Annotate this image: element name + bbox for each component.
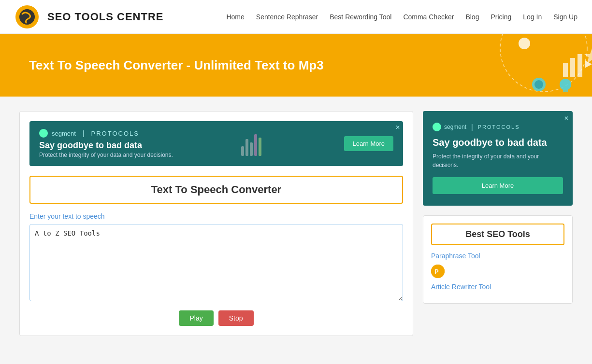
- nav-login[interactable]: Log In: [523, 13, 542, 21]
- svg-point-10: [534, 80, 543, 89]
- left-column: segment | PROTOCOLS Say goodbye to bad d…: [19, 111, 413, 336]
- input-label: Enter your text to speech: [29, 212, 403, 220]
- hero-banner: Text To Speech Converter - Unlimited Tex…: [0, 34, 592, 97]
- svg-point-3: [519, 38, 530, 49]
- tool-title-box: Text To Speech Converter: [29, 176, 403, 204]
- ad-divider: |: [83, 129, 85, 137]
- ad-subtext: Protect the integrity of your data and y…: [39, 152, 173, 158]
- input-label-highlight: speech: [83, 212, 105, 220]
- main-wrapper: segment | PROTOCOLS Say goodbye to bad d…: [0, 97, 592, 350]
- nav-comma-checker[interactable]: Comma Checker: [403, 13, 454, 21]
- right-ad-headline: Say goodbye to bad data: [433, 137, 563, 148]
- ad-close-icon[interactable]: ✕: [395, 124, 400, 131]
- svg-rect-6: [578, 54, 582, 77]
- paraphrase-icon-row: P: [431, 265, 564, 278]
- svg-rect-5: [570, 58, 575, 77]
- paraphrase-tool-icon: P: [431, 265, 445, 278]
- right-ad-learn-more-button[interactable]: Learn More: [433, 177, 563, 194]
- paraphrase-tool-label: Paraphrase Tool: [431, 252, 480, 260]
- button-row: Play Stop: [29, 310, 403, 326]
- top-ad-banner: segment | PROTOCOLS Say goodbye to bad d…: [29, 121, 403, 166]
- ad-learn-more-button[interactable]: Learn More: [344, 136, 393, 151]
- svg-text:P: P: [434, 268, 439, 275]
- seo-tools-title: Best SEO Tools: [437, 229, 559, 239]
- stop-button[interactable]: Stop: [218, 310, 254, 326]
- nav-signup[interactable]: Sign Up: [553, 13, 578, 21]
- logo-text: SEO TOOLS CENTRE: [47, 11, 164, 23]
- nav-pricing[interactable]: Pricing: [491, 13, 511, 21]
- site-logo[interactable]: SEO TOOLS CENTRE: [14, 4, 164, 29]
- right-segment-icon: [433, 123, 441, 131]
- input-label-text: Enter your text to speech: [29, 212, 105, 220]
- play-button[interactable]: Play: [179, 310, 213, 326]
- svg-point-7: [560, 79, 571, 90]
- svg-rect-4: [563, 63, 568, 77]
- navbar: SEO TOOLS CENTRE Home Sentence Rephraser…: [0, 0, 592, 34]
- seo-tool-paraphrase[interactable]: Paraphrase Tool: [431, 252, 564, 260]
- nav-best-rewording-tool[interactable]: Best Rewording Tool: [330, 13, 391, 21]
- svg-rect-8: [563, 90, 568, 92]
- ad-headline: Say goodbye to bad data: [39, 140, 173, 151]
- right-ad-divider: |: [471, 123, 473, 131]
- ad-segment-text: segment: [52, 130, 76, 137]
- text-to-speech-input[interactable]: A to Z SEO Tools: [29, 224, 403, 301]
- ad-banner-logo: segment | PROTOCOLS: [39, 129, 173, 138]
- seo-tools-box: Best SEO Tools Paraphrase Tool P Article…: [423, 215, 573, 304]
- right-ad-segment-text: segment: [444, 124, 466, 130]
- tool-title: Text To Speech Converter: [37, 183, 395, 196]
- svg-point-1: [19, 9, 35, 25]
- nav-sentence-rephraser[interactable]: Sentence Rephraser: [256, 13, 318, 21]
- nav-home[interactable]: Home: [226, 13, 244, 21]
- right-ad-protocols: PROTOCOLS: [478, 124, 520, 130]
- right-ad-subtext: Protect the integrity of your data and y…: [433, 152, 563, 169]
- ad-deco-bars: [241, 132, 266, 156]
- nav-blog[interactable]: Blog: [465, 13, 479, 21]
- article-rewriter-label: Article Rewriter Tool: [431, 283, 491, 291]
- ad-protocols-text: PROTOCOLS: [91, 130, 139, 137]
- right-ad-close-icon[interactable]: ✕: [564, 115, 569, 122]
- right-ad-logo-row: segment | PROTOCOLS: [433, 123, 563, 131]
- ad-banner-content: segment | PROTOCOLS Say goodbye to bad d…: [39, 129, 173, 158]
- right-column: segment | PROTOCOLS Say goodbye to bad d…: [423, 111, 573, 336]
- nav-links: Home Sentence Rephraser Best Rewording T…: [226, 13, 578, 21]
- seo-tools-title-box: Best SEO Tools: [431, 224, 564, 245]
- right-ad-banner: segment | PROTOCOLS Say goodbye to bad d…: [423, 111, 573, 206]
- seo-tool-article-rewriter[interactable]: Article Rewriter Tool: [431, 283, 564, 291]
- hero-title: Text To Speech Converter - Unlimited Tex…: [29, 58, 324, 73]
- segment-icon: [39, 129, 48, 138]
